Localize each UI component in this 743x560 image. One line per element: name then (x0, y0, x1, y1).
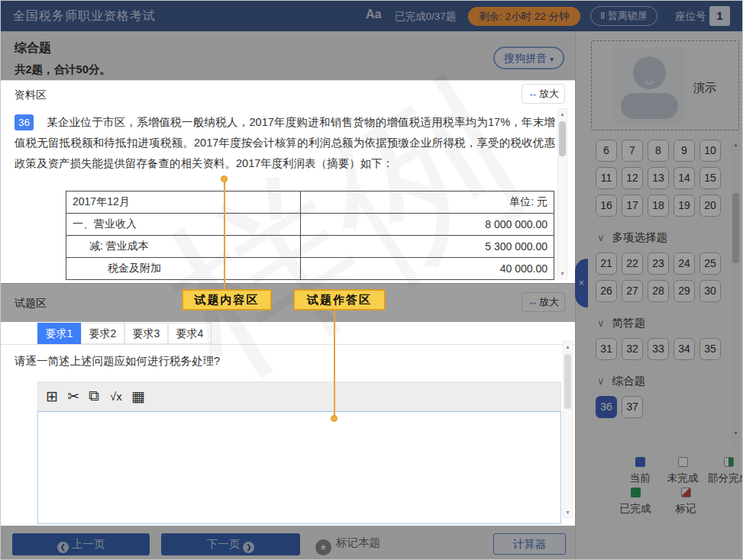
zoom-label: 放大 (539, 88, 559, 99)
question-prompt: 请逐一简述上述问题应如何进行税务处理? (15, 354, 220, 369)
tab-requirement-3[interactable]: 要求3 (124, 323, 168, 344)
table-row: 一、营业收入8 000 000.00 (66, 214, 554, 236)
table-header-month: 2017年12月 (66, 191, 301, 214)
table-header-row: 2017年12月单位: 元 (66, 191, 554, 214)
table-cell-value: 8 000 000.00 (300, 214, 554, 236)
answer-editor[interactable] (37, 411, 561, 524)
table-cell-label: 税金及附加 (66, 258, 301, 280)
overlay-middle-band (1, 283, 575, 322)
callout-dot-answer (331, 415, 338, 422)
scrollbar-thumb[interactable] (559, 121, 566, 156)
panel-splitter-handle[interactable]: ∙∙∙∙∙∙∙∙ (321, 273, 352, 278)
callout-line-content (224, 181, 225, 289)
callout-line-answer (334, 311, 335, 417)
overlay-top (1, 1, 743, 80)
scroll-up-icon[interactable]: ▲ (564, 344, 572, 349)
editor-scrollbar[interactable]: ▲ ▼ (563, 341, 573, 518)
formula-icon[interactable]: √x (110, 390, 122, 403)
tab-requirement-1[interactable]: 要求1 (37, 323, 81, 344)
requirement-tabs: 要求1要求2要求3要求4 (1, 323, 575, 345)
table-row: 税金及附加40 000.00 (66, 258, 554, 280)
material-zoom-button[interactable]: ↔放大 (522, 84, 565, 104)
copy-icon[interactable]: ⧉ (89, 388, 99, 404)
table-cell-label: 一、营业收入 (66, 214, 301, 236)
material-panel: 资料区 ↔放大 36 某企业位于市区，系增值税一般纳税人，2017年度购进和销售… (1, 80, 575, 283)
table-icon[interactable]: ▦ (131, 388, 145, 405)
cut-icon[interactable]: ✂ (67, 388, 79, 405)
scroll-up-icon[interactable]: ▲ (558, 111, 567, 117)
insert-icon[interactable]: ⊞ (46, 388, 58, 405)
tab-requirement-2[interactable]: 要求2 (81, 323, 124, 344)
resize-arrows-icon: ↔ (528, 88, 538, 99)
overlay-bottom (1, 526, 743, 560)
scroll-down-icon[interactable]: ▼ (564, 510, 572, 515)
callout-answer-area: 试题作答区 (293, 289, 386, 311)
question-text: 某企业位于市区，系增值税一般纳税人，2017年度购进和销售货物的增值税适用税率均… (15, 112, 555, 174)
editor-toolbar: ⊞✂⧉√x▦ (37, 381, 561, 411)
callout-content-area: 试题内容区 (182, 289, 272, 311)
table-header-unit: 单位: 元 (300, 191, 554, 214)
table-cell-value: 5 300 000.00 (300, 236, 554, 258)
exam-app-window: 全国税务师职业资格考试 Aa 已完成0/37题 剩余: 2小时 22 分钟 Ⅱ … (0, 0, 743, 560)
table-row: 减: 营业成本5 300 000.00 (66, 236, 554, 258)
table-cell-label: 减: 营业成本 (66, 236, 301, 258)
question-text-body: 某企业位于市区，系增值税一般纳税人，2017年度购进和销售货物的增值税适用税率均… (15, 116, 555, 169)
tab-requirement-4[interactable]: 要求4 (168, 323, 212, 344)
scroll-down-icon[interactable]: ▼ (558, 271, 567, 276)
income-statement-table: 2017年12月单位: 元一、营业收入8 000 000.00减: 营业成本5 … (66, 191, 554, 280)
material-scrollbar[interactable]: ▲ ▼ (557, 108, 567, 279)
material-panel-title: 资料区 (15, 89, 47, 102)
overlay-sidebar (575, 80, 743, 526)
scrollbar-thumb[interactable] (564, 354, 571, 409)
